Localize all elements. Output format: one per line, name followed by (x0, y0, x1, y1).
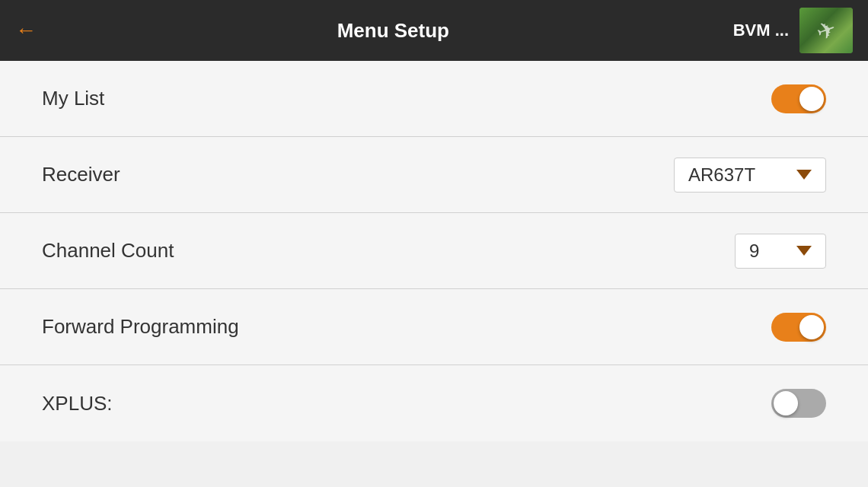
my-list-row: My List (0, 61, 868, 137)
page-title: Menu Setup (53, 19, 733, 43)
receiver-dropdown-arrow (796, 170, 812, 180)
xplus-row: XPLUS: (0, 365, 868, 441)
header-right: BVM ... (733, 8, 853, 53)
model-name: BVM ... (733, 21, 789, 40)
xplus-toggle[interactable] (771, 389, 826, 418)
header: ← Menu Setup BVM ... (0, 0, 868, 61)
channel-count-dropdown-value: 9 (749, 240, 759, 262)
model-thumbnail[interactable] (799, 8, 853, 53)
channel-count-label: Channel Count (42, 239, 174, 263)
xplus-label: XPLUS: (42, 392, 113, 415)
my-list-label: My List (42, 87, 104, 110)
receiver-row: Receiver AR637T (0, 137, 868, 213)
back-button[interactable]: ← (15, 18, 53, 43)
receiver-label: Receiver (42, 163, 120, 186)
receiver-dropdown-value: AR637T (688, 164, 755, 186)
channel-count-dropdown[interactable]: 9 (735, 234, 826, 269)
forward-programming-row: Forward Programming (0, 289, 868, 365)
forward-programming-label: Forward Programming (42, 315, 239, 339)
receiver-dropdown[interactable]: AR637T (674, 158, 826, 193)
forward-programming-toggle[interactable] (771, 313, 826, 342)
channel-count-row: Channel Count 9 (0, 213, 868, 289)
my-list-toggle[interactable] (771, 84, 826, 113)
model-image (799, 8, 853, 53)
channel-count-dropdown-arrow (796, 246, 812, 256)
settings-content: My List Receiver AR637T Channel Count 9 … (0, 61, 868, 487)
